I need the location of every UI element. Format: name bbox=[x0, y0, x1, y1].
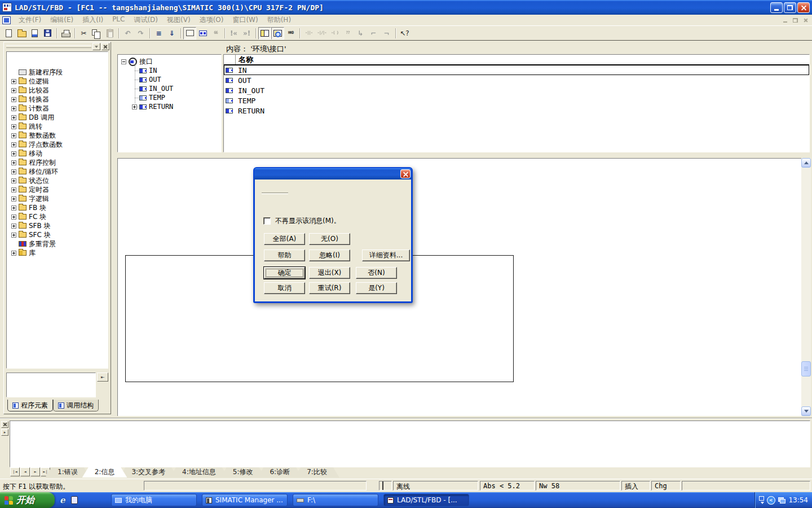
copy-icon[interactable] bbox=[90, 27, 103, 40]
minimize-button[interactable] bbox=[770, 2, 783, 13]
output-tab[interactable]: 2:信息 bbox=[82, 467, 127, 478]
sidebar-tree-item[interactable]: SFB 块 bbox=[7, 221, 108, 230]
cut-icon[interactable]: ✂ bbox=[77, 27, 90, 40]
sidebar-tree-item[interactable]: FC 块 bbox=[7, 212, 108, 221]
sidebar-tree-item[interactable]: 新建程序段 bbox=[7, 68, 108, 77]
sidebar-tree-item[interactable]: 转换器 bbox=[7, 95, 108, 104]
expand-icon[interactable] bbox=[11, 169, 16, 174]
expand-icon[interactable] bbox=[11, 151, 16, 156]
scroll-up-button[interactable] bbox=[801, 158, 811, 168]
menu-insert[interactable]: 插入(I) bbox=[78, 14, 108, 26]
panel-close-button[interactable] bbox=[102, 43, 109, 50]
expand-icon[interactable] bbox=[132, 104, 137, 110]
coil-icon[interactable]: -( ) bbox=[328, 27, 341, 40]
yes-button[interactable]: 是(Y) bbox=[356, 282, 397, 294]
undo-icon[interactable]: ↶ bbox=[121, 27, 134, 40]
close-button[interactable] bbox=[797, 2, 810, 13]
name-column-header[interactable]: 名称 bbox=[224, 55, 809, 65]
collapse-icon[interactable] bbox=[121, 59, 126, 64]
expand-icon[interactable] bbox=[11, 142, 16, 147]
menu-edit[interactable]: 编辑(E) bbox=[46, 14, 78, 26]
output-content[interactable] bbox=[10, 421, 810, 467]
task-lad-editor[interactable]: LAD/STL/FBD - [... bbox=[383, 494, 469, 506]
sidebar-tree-item[interactable]: 多重背景 bbox=[7, 239, 108, 248]
all-button[interactable]: 全部(A) bbox=[264, 233, 305, 245]
table-row[interactable]: IN_OUT bbox=[224, 85, 809, 95]
new-network-icon[interactable]: HK0 bbox=[284, 27, 297, 40]
ignore-button[interactable]: 忽略(I) bbox=[309, 249, 350, 261]
step-forward-icon[interactable]: »! bbox=[240, 27, 253, 40]
menu-debug[interactable]: 调试(D) bbox=[129, 14, 162, 26]
table-row[interactable]: TEMP bbox=[224, 95, 809, 106]
cancel-button[interactable]: 取消 bbox=[264, 282, 305, 294]
no-button[interactable]: 否(N) bbox=[356, 267, 397, 279]
dialog-close-button[interactable] bbox=[400, 169, 411, 178]
step-back-icon[interactable]: !« bbox=[227, 27, 240, 40]
interface-section-item[interactable]: IN bbox=[118, 66, 221, 75]
help-button[interactable]: 帮助 bbox=[264, 249, 305, 261]
sidebar-tab[interactable]: 程序元素 bbox=[7, 400, 53, 411]
dont-show-again-checkbox[interactable] bbox=[263, 217, 271, 225]
output-pin-button[interactable]: ▸ bbox=[1, 429, 8, 436]
retry-button[interactable]: 重试(R) bbox=[309, 282, 350, 294]
interface-section-item[interactable]: IN_OUT bbox=[118, 84, 221, 93]
start-button[interactable]: 开始 bbox=[0, 492, 55, 508]
menu-view[interactable]: 视图(V) bbox=[162, 14, 195, 26]
sidebar-tree-item[interactable]: 字逻辑 bbox=[7, 194, 108, 203]
call-structure-icon[interactable]: ≡ bbox=[152, 27, 165, 40]
internet-explorer-icon[interactable]: e bbox=[60, 495, 65, 505]
output-close-button[interactable] bbox=[1, 421, 8, 428]
mdi-minimize-button[interactable] bbox=[781, 16, 789, 24]
exit-button[interactable]: 退出(X) bbox=[309, 267, 350, 279]
prev-page-button[interactable]: ◄ bbox=[20, 467, 30, 476]
menu-file[interactable]: 文件(F) bbox=[14, 14, 46, 26]
help-cursor-icon[interactable]: ↖? bbox=[398, 27, 411, 40]
expand-icon[interactable] bbox=[11, 187, 16, 192]
next-page-button[interactable]: ► bbox=[30, 467, 40, 476]
branch-down-icon[interactable]: ↳ bbox=[354, 27, 367, 40]
contact-negated-icon[interactable]: -|/|- bbox=[315, 27, 328, 40]
ok-button[interactable]: 确定 bbox=[264, 267, 305, 279]
paste-icon[interactable] bbox=[103, 27, 116, 40]
download-icon[interactable]: ⇓ bbox=[165, 27, 178, 40]
expand-icon[interactable] bbox=[11, 205, 16, 211]
contact-icon[interactable]: -||- bbox=[302, 27, 315, 40]
network-connections-icon[interactable] bbox=[196, 27, 209, 40]
task-f-drive[interactable]: F:\ bbox=[293, 494, 378, 506]
sidebar-tree-item[interactable]: 移动 bbox=[7, 149, 108, 158]
table-row[interactable]: IN bbox=[224, 65, 809, 75]
scroll-down-button[interactable] bbox=[801, 406, 811, 416]
detail-view-icon[interactable] bbox=[271, 27, 284, 40]
redo-icon[interactable]: ↷ bbox=[134, 27, 147, 40]
open-branch-icon[interactable]: ⌐ bbox=[367, 27, 380, 40]
print-icon[interactable] bbox=[59, 27, 72, 40]
expand-icon[interactable] bbox=[11, 88, 16, 93]
scrollbar-thumb[interactable] bbox=[801, 361, 811, 376]
save-network-icon[interactable] bbox=[28, 27, 41, 40]
interface-root-item[interactable]: 接口 bbox=[118, 57, 221, 66]
mdi-close-button[interactable] bbox=[801, 16, 810, 24]
restore-button[interactable] bbox=[784, 2, 796, 13]
expand-icon[interactable] bbox=[11, 214, 16, 220]
menu-options[interactable]: 选项(O) bbox=[195, 14, 228, 26]
sidebar-tree-item[interactable]: 比较器 bbox=[7, 86, 108, 95]
expand-icon[interactable] bbox=[11, 196, 16, 202]
sidebar-tree-item[interactable]: 整数函数 bbox=[7, 131, 108, 140]
task-simatic-manager[interactable]: SIMATIC Manager ... bbox=[202, 494, 288, 506]
sidebar-tree-item[interactable]: 移位/循环 bbox=[7, 167, 108, 176]
sidebar-tree-item[interactable]: 定时器 bbox=[7, 185, 108, 194]
mdi-document-icon[interactable] bbox=[2, 16, 11, 24]
mdi-restore-button[interactable] bbox=[791, 16, 800, 24]
none-button[interactable]: 无(O) bbox=[309, 233, 350, 245]
expand-icon[interactable] bbox=[11, 233, 16, 238]
sidebar-tree-item[interactable]: 计数器 bbox=[7, 104, 108, 113]
panel-dropdown-button[interactable] bbox=[92, 43, 100, 50]
interface-section-item[interactable]: RETURN bbox=[118, 102, 221, 111]
panel-drag-handle[interactable] bbox=[4, 42, 111, 51]
vertical-scrollbar[interactable] bbox=[801, 158, 811, 416]
sidebar-tree-item[interactable]: 程序控制 bbox=[7, 158, 108, 167]
expand-icon[interactable] bbox=[11, 79, 16, 84]
interface-section-item[interactable]: OUT bbox=[118, 75, 221, 84]
open-icon[interactable] bbox=[15, 27, 28, 40]
expand-icon[interactable] bbox=[11, 133, 16, 138]
